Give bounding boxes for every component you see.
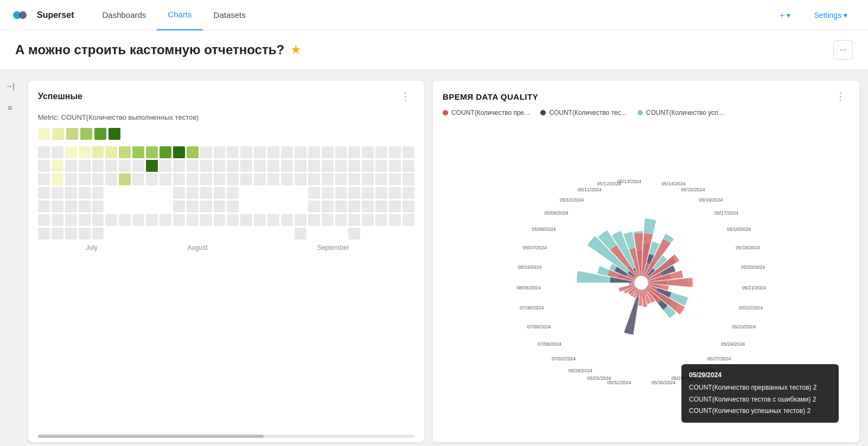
heatmap-cell[interactable]: [322, 146, 334, 158]
heatmap-cell[interactable]: [281, 160, 293, 172]
heatmap-cell[interactable]: [281, 214, 293, 226]
heatmap-cell[interactable]: [119, 160, 131, 172]
heatmap-cell[interactable]: [214, 201, 226, 212]
scrollbar-container[interactable]: [28, 430, 424, 442]
heatmap-cell[interactable]: [375, 173, 387, 185]
heatmap-cell[interactable]: [308, 214, 320, 226]
heatmap-cell[interactable]: [227, 214, 239, 226]
heatmap-cell[interactable]: [362, 146, 374, 158]
heatmap-cell[interactable]: [362, 187, 374, 199]
heatmap-cell[interactable]: [214, 146, 226, 158]
heatmap-cell[interactable]: [38, 228, 50, 240]
heatmap-cell[interactable]: [65, 187, 77, 199]
heatmap-cell[interactable]: [132, 160, 144, 172]
heatmap-cell[interactable]: [92, 228, 104, 240]
heatmap-cell[interactable]: [335, 160, 347, 172]
heatmap-cell[interactable]: [79, 201, 91, 212]
heatmap-cell[interactable]: [335, 173, 347, 185]
heatmap-cell[interactable]: [159, 214, 171, 226]
settings-button[interactable]: Settings ▾: [807, 8, 855, 23]
heatmap-cell[interactable]: [322, 173, 334, 185]
heatmap-cell[interactable]: [92, 201, 104, 212]
heatmap-cell[interactable]: [375, 146, 387, 158]
more-options-button[interactable]: ···: [833, 40, 853, 60]
heatmap-cell[interactable]: [79, 173, 91, 185]
heatmap-cell[interactable]: [295, 173, 307, 185]
heatmap-cell[interactable]: [79, 214, 91, 226]
heatmap-cell[interactable]: [187, 146, 199, 158]
heatmap-cell[interactable]: [119, 146, 131, 158]
heatmap-cell[interactable]: [200, 187, 212, 199]
heatmap-cell[interactable]: [375, 214, 387, 226]
heatmap-cell[interactable]: [308, 173, 320, 185]
heatmap-cell[interactable]: [267, 214, 279, 226]
heatmap-cell[interactable]: [214, 187, 226, 199]
heatmap-cell[interactable]: [389, 160, 401, 172]
heatmap-cell[interactable]: [146, 146, 158, 158]
heatmap-cell[interactable]: [79, 228, 91, 240]
heatmap-cell[interactable]: [92, 160, 104, 172]
heatmap-cell[interactable]: [281, 146, 293, 158]
heatmap-cell[interactable]: [187, 201, 199, 212]
heatmap-cell[interactable]: [389, 201, 401, 212]
heatmap-cell[interactable]: [200, 201, 212, 212]
heatmap-cell[interactable]: [187, 173, 199, 185]
heatmap-cell[interactable]: [335, 201, 347, 212]
heatmap-cell[interactable]: [187, 160, 199, 172]
heatmap-cell[interactable]: [362, 173, 374, 185]
rose-menu-button[interactable]: ⋮: [831, 88, 850, 105]
heatmap-cell[interactable]: [389, 146, 401, 158]
heatmap-cell[interactable]: [348, 228, 360, 240]
heatmap-cell[interactable]: [52, 214, 63, 226]
heatmap-cell[interactable]: [254, 214, 266, 226]
heatmap-cell[interactable]: [403, 160, 414, 172]
heatmap-cell[interactable]: [240, 173, 252, 185]
heatmap-cell[interactable]: [214, 214, 226, 226]
collapse-sidebar-icon[interactable]: →|: [2, 79, 17, 94]
heatmap-cell[interactable]: [403, 187, 414, 199]
heatmap-cell[interactable]: [362, 160, 374, 172]
heatmap-cell[interactable]: [322, 201, 334, 212]
heatmap-cell[interactable]: [295, 228, 307, 240]
nav-charts[interactable]: Charts: [157, 0, 202, 30]
heatmap-cell[interactable]: [295, 146, 307, 158]
heatmap-cell[interactable]: [403, 201, 414, 212]
heatmap-cell[interactable]: [79, 187, 91, 199]
heatmap-menu-button[interactable]: ⋮: [396, 88, 414, 105]
heatmap-cell[interactable]: [92, 214, 104, 226]
heatmap-cell[interactable]: [105, 214, 117, 226]
heatmap-cell[interactable]: [173, 173, 185, 185]
heatmap-cell[interactable]: [65, 228, 77, 240]
scrollbar-thumb[interactable]: [38, 435, 264, 438]
heatmap-cell[interactable]: [348, 173, 360, 185]
heatmap-cell[interactable]: [227, 201, 239, 212]
heatmap-cell[interactable]: [132, 146, 144, 158]
heatmap-cell[interactable]: [389, 173, 401, 185]
heatmap-cell[interactable]: [65, 201, 77, 212]
heatmap-cell[interactable]: [348, 160, 360, 172]
heatmap-cell[interactable]: [132, 214, 144, 226]
heatmap-cell[interactable]: [295, 160, 307, 172]
scrollbar-track[interactable]: [38, 435, 414, 438]
heatmap-cell[interactable]: [65, 214, 77, 226]
heatmap-cell[interactable]: [38, 214, 50, 226]
heatmap-cell[interactable]: [65, 160, 77, 172]
heatmap-cell[interactable]: [335, 146, 347, 158]
heatmap-cell[interactable]: [308, 160, 320, 172]
heatmap-cell[interactable]: [52, 146, 63, 158]
heatmap-cell[interactable]: [52, 187, 63, 199]
heatmap-cell[interactable]: [267, 173, 279, 185]
heatmap-cell[interactable]: [308, 146, 320, 158]
heatmap-cell[interactable]: [119, 214, 131, 226]
heatmap-cell[interactable]: [227, 187, 239, 199]
heatmap-cell[interactable]: [146, 173, 158, 185]
heatmap-cell[interactable]: [159, 160, 171, 172]
heatmap-cell[interactable]: [52, 173, 63, 185]
heatmap-cell[interactable]: [267, 146, 279, 158]
heatmap-cell[interactable]: [214, 173, 226, 185]
heatmap-cell[interactable]: [335, 214, 347, 226]
heatmap-cell[interactable]: [38, 201, 50, 212]
heatmap-cell[interactable]: [132, 173, 144, 185]
heatmap-cell[interactable]: [38, 173, 50, 185]
heatmap-cell[interactable]: [348, 214, 360, 226]
